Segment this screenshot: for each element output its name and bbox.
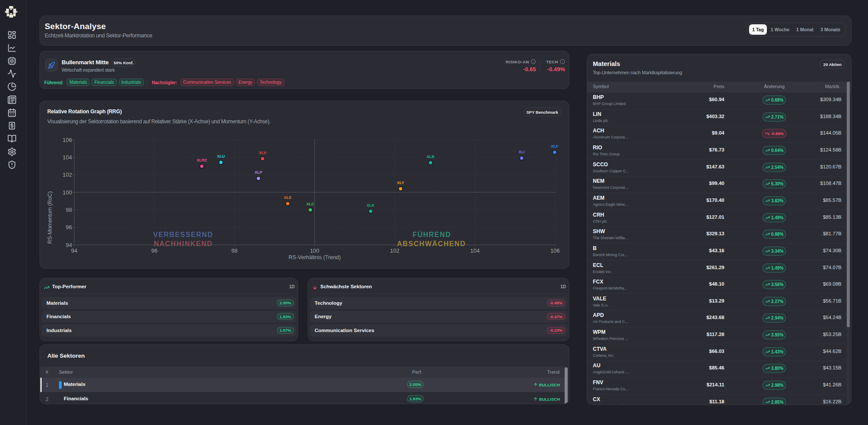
svg-text:96: 96 xyxy=(66,224,72,231)
svg-text:XLY: XLY xyxy=(397,181,404,185)
svg-text:FÜHREND: FÜHREND xyxy=(413,231,451,238)
svg-text:94: 94 xyxy=(71,247,77,254)
svg-text:94: 94 xyxy=(66,242,72,248)
svg-text:106: 106 xyxy=(62,137,72,143)
svg-text:XLI: XLI xyxy=(519,150,525,154)
svg-text:RS-Verhältnis (Trend): RS-Verhältnis (Trend) xyxy=(289,254,341,260)
svg-text:102: 102 xyxy=(390,247,400,254)
svg-text:100: 100 xyxy=(310,247,319,254)
svg-text:VERBESSERND: VERBESSERND xyxy=(153,231,213,238)
svg-text:XLC: XLC xyxy=(306,202,315,206)
svg-text:XLE: XLE xyxy=(284,195,292,200)
svg-text:102: 102 xyxy=(62,171,72,178)
svg-text:XLF: XLF xyxy=(551,144,559,148)
svg-text:XLK: XLK xyxy=(367,203,375,208)
svg-text:104: 104 xyxy=(470,247,480,254)
svg-text:XLRE: XLRE xyxy=(197,158,207,162)
svg-text:96: 96 xyxy=(151,247,157,254)
svg-text:RS-Momentum (RoC): RS-Momentum (RoC) xyxy=(47,191,53,244)
svg-text:98: 98 xyxy=(231,247,237,254)
svg-text:NACHHINKEND: NACHHINKEND xyxy=(154,240,213,247)
svg-text:ABSCHWÄCHEND: ABSCHWÄCHEND xyxy=(397,240,466,247)
svg-text:104: 104 xyxy=(62,154,72,161)
svg-text:XLV: XLV xyxy=(259,151,266,155)
svg-text:XLB: XLB xyxy=(427,155,435,159)
svg-text:98: 98 xyxy=(66,207,72,213)
svg-text:XLU: XLU xyxy=(217,154,225,158)
svg-text:100: 100 xyxy=(62,189,72,196)
svg-text:106: 106 xyxy=(550,247,560,254)
svg-text:XLP: XLP xyxy=(255,170,263,175)
